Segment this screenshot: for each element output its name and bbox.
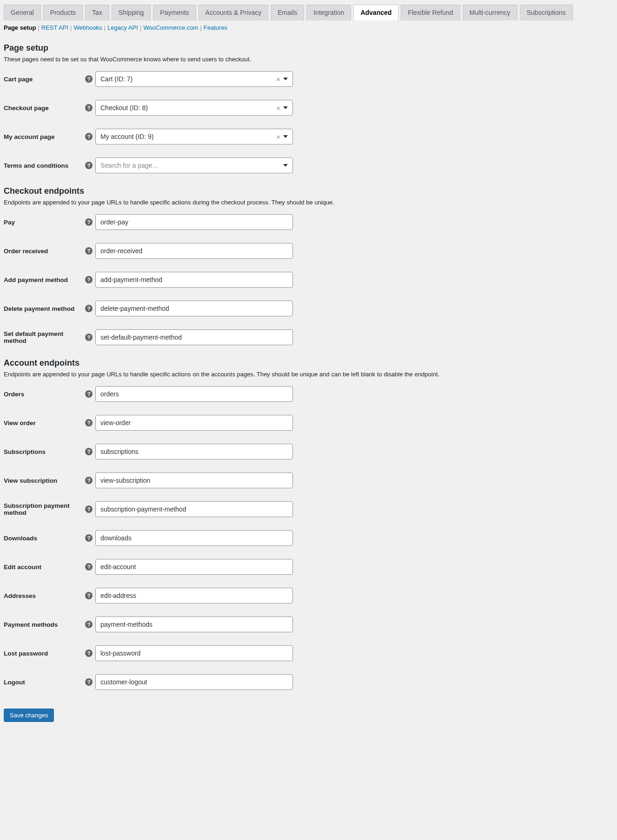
tab-accounts-privacy[interactable]: Accounts & Privacy xyxy=(199,5,269,20)
field-label: Subscription payment method xyxy=(4,502,85,516)
field-label: View order xyxy=(4,420,85,427)
payment-methods-input[interactable] xyxy=(95,617,293,632)
help-icon[interactable]: ? xyxy=(85,505,93,513)
help-icon[interactable]: ? xyxy=(85,477,93,484)
chevron-down-icon xyxy=(283,164,288,167)
form-row-add-payment-method: Add payment method? xyxy=(4,272,613,288)
chevron-down-icon xyxy=(283,78,288,80)
field-label: Logout xyxy=(4,679,85,686)
field-label: Pay xyxy=(4,219,85,226)
page-setup-desc: These pages need to be set so that WooCo… xyxy=(4,56,613,63)
help-icon[interactable]: ? xyxy=(85,563,93,571)
page-setup-heading: Page setup xyxy=(4,43,613,53)
help-icon[interactable]: ? xyxy=(85,334,93,341)
select-value: Cart (ID: 7) xyxy=(100,75,276,83)
sub-nav: Page setup|REST API|Webhooks|Legacy API|… xyxy=(0,20,617,35)
subnav-features[interactable]: Features xyxy=(204,24,227,31)
form-row-terms-and-conditions: Terms and conditions?Search for a page… xyxy=(4,158,613,173)
checkout-page-select[interactable]: Checkout (ID: 8)× xyxy=(95,100,293,116)
view-subscription-input[interactable] xyxy=(95,472,293,488)
form-row-logout: Logout? xyxy=(4,674,613,690)
view-order-input[interactable] xyxy=(95,415,293,431)
form-row-payment-methods: Payment methods? xyxy=(4,617,613,632)
account-endpoints-desc: Endpoints are appended to your page URLs… xyxy=(4,371,613,378)
field-label: Checkout page xyxy=(4,105,85,112)
tab-payments[interactable]: Payments xyxy=(153,5,196,20)
pay-input[interactable] xyxy=(95,214,293,230)
logout-input[interactable] xyxy=(95,674,293,690)
tab-integration[interactable]: Integration xyxy=(306,5,351,20)
select-value: My account (ID: 9) xyxy=(100,133,276,140)
form-row-edit-account: Edit account? xyxy=(4,559,613,575)
help-icon[interactable]: ? xyxy=(85,650,93,657)
order-received-input[interactable] xyxy=(95,243,293,259)
tab-products[interactable]: Products xyxy=(43,5,83,20)
subnav-woocommerce-com[interactable]: WooCommerce.com xyxy=(143,24,198,31)
form-row-subscription-payment-method: Subscription payment method? xyxy=(4,501,613,517)
help-icon[interactable]: ? xyxy=(85,276,93,283)
delete-payment-method-input[interactable] xyxy=(95,301,293,316)
field-label: Addresses xyxy=(4,592,85,599)
main-tabs: GeneralProductsTaxShippingPaymentsAccoun… xyxy=(0,0,617,20)
tab-general[interactable]: General xyxy=(4,5,41,20)
subnav-page-setup[interactable]: Page setup xyxy=(4,24,36,31)
tab-subscriptions[interactable]: Subscriptions xyxy=(520,5,573,20)
form-row-checkout-page: Checkout page?Checkout (ID: 8)× xyxy=(4,100,613,116)
help-icon[interactable]: ? xyxy=(85,75,93,83)
my-account-page-select[interactable]: My account (ID: 9)× xyxy=(95,129,293,144)
select-value: Search for a page… xyxy=(100,162,283,169)
help-icon[interactable]: ? xyxy=(85,162,93,169)
help-icon[interactable]: ? xyxy=(85,534,93,542)
tab-flexible-refund[interactable]: Flexible Refund xyxy=(401,5,460,20)
lost-password-input[interactable] xyxy=(95,645,293,661)
help-icon[interactable]: ? xyxy=(85,621,93,628)
help-icon[interactable]: ? xyxy=(85,448,93,455)
subnav-rest-api[interactable]: REST API xyxy=(41,24,68,31)
terms-and-conditions-select[interactable]: Search for a page… xyxy=(95,158,293,173)
form-row-orders: Orders? xyxy=(4,386,613,402)
clear-icon[interactable]: × xyxy=(276,76,280,83)
form-row-order-received: Order received? xyxy=(4,243,613,259)
help-icon[interactable]: ? xyxy=(85,133,93,140)
help-icon[interactable]: ? xyxy=(85,305,93,312)
field-label: Edit account xyxy=(4,564,85,571)
subscriptions-input[interactable] xyxy=(95,444,293,459)
help-icon[interactable]: ? xyxy=(85,419,93,427)
subnav-webhooks[interactable]: Webhooks xyxy=(73,24,102,31)
form-row-delete-payment-method: Delete payment method? xyxy=(4,301,613,316)
subscription-payment-method-input[interactable] xyxy=(95,501,293,517)
add-payment-method-input[interactable] xyxy=(95,272,293,288)
clear-icon[interactable]: × xyxy=(276,105,280,112)
set-default-payment-method-input[interactable] xyxy=(95,329,293,345)
clear-icon[interactable]: × xyxy=(276,133,280,140)
field-label: Order received xyxy=(4,248,85,255)
help-icon[interactable]: ? xyxy=(85,104,93,112)
help-icon[interactable]: ? xyxy=(85,678,93,686)
field-label: Orders xyxy=(4,391,85,398)
form-row-view-order: View order? xyxy=(4,415,613,431)
cart-page-select[interactable]: Cart (ID: 7)× xyxy=(95,71,293,87)
field-label: Set default payment method xyxy=(4,330,85,344)
addresses-input[interactable] xyxy=(95,588,293,604)
help-icon[interactable]: ? xyxy=(85,592,93,599)
tab-shipping[interactable]: Shipping xyxy=(112,5,151,20)
field-label: Lost password xyxy=(4,650,85,657)
form-row-downloads: Downloads? xyxy=(4,530,613,546)
field-label: Delete payment method xyxy=(4,305,85,312)
edit-account-input[interactable] xyxy=(95,559,293,575)
tab-tax[interactable]: Tax xyxy=(85,5,109,20)
orders-input[interactable] xyxy=(95,386,293,402)
checkout-endpoints-heading: Checkout endpoints xyxy=(4,186,613,196)
field-label: My account page xyxy=(4,133,85,140)
tab-multi-currency[interactable]: Multi-currency xyxy=(463,5,517,20)
tab-advanced[interactable]: Advanced xyxy=(353,5,398,20)
subnav-legacy-api[interactable]: Legacy API xyxy=(107,24,138,31)
tab-emails[interactable]: Emails xyxy=(271,5,304,20)
downloads-input[interactable] xyxy=(95,530,293,546)
form-row-subscriptions: Subscriptions? xyxy=(4,444,613,459)
help-icon[interactable]: ? xyxy=(85,390,93,398)
help-icon[interactable]: ? xyxy=(85,247,93,255)
field-label: Cart page xyxy=(4,76,85,83)
save-changes-button[interactable]: Save changes xyxy=(4,709,54,722)
help-icon[interactable]: ? xyxy=(85,218,93,226)
